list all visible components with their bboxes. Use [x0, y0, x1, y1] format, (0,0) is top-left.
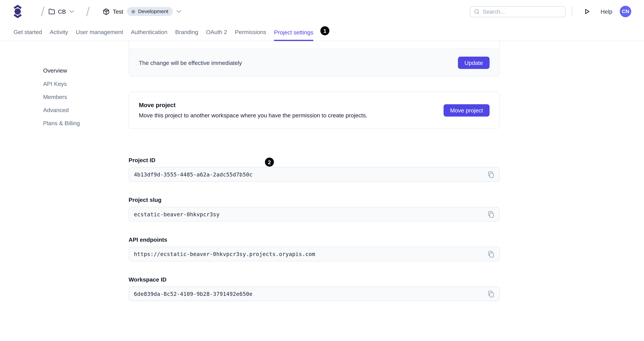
- copy-api-endpoints-button[interactable]: [487, 250, 495, 258]
- field-box-api-endpoints: https://ecstatic-beaver-0hkvpcr3sy.proje…: [128, 247, 500, 262]
- play-icon: [584, 8, 590, 15]
- update-card-footer: The change will be effective immediately…: [129, 48, 500, 76]
- workspace-selector[interactable]: CB: [48, 8, 74, 15]
- field-value-project-id: 4b13df9d-3555-4485-a62a-2adc55d7b50c: [134, 171, 487, 177]
- move-project-text: Move project Move this project to anothe…: [139, 102, 367, 119]
- environment-badge: Development: [127, 7, 173, 16]
- settings-content: The change will be effective immediately…: [128, 41, 500, 316]
- sidebar-item-advanced[interactable]: Advanced: [43, 107, 80, 113]
- copy-project-id-button[interactable]: [487, 170, 495, 179]
- avatar-initials: CN: [622, 9, 629, 14]
- copy-icon: [488, 251, 494, 258]
- header-actions: Help CN: [470, 6, 632, 17]
- field-label-workspace-id: Workspace ID: [128, 276, 500, 283]
- field-group-api-endpoints: API endpoints https://ecstatic-beaver-0h…: [128, 236, 500, 262]
- copy-icon: [488, 211, 494, 218]
- field-label-api-endpoints: API endpoints: [128, 236, 500, 243]
- ory-logo-icon: [14, 4, 22, 18]
- update-card: The change will be effective immediately…: [128, 41, 500, 77]
- top-header: CB Test Development: [0, 0, 644, 23]
- chevron-down-icon: [176, 10, 181, 13]
- field-group-workspace-id: Workspace ID 6de839da-8c52-4109-9b28-379…: [128, 276, 500, 301]
- tab-authentication[interactable]: Authentication: [131, 29, 168, 41]
- tab-project-settings[interactable]: Project settings: [274, 29, 314, 41]
- breadcrumb-separator-icon: [86, 7, 90, 16]
- search-icon: [474, 8, 479, 14]
- ory-logo[interactable]: [14, 4, 22, 18]
- annotation-marker-1: 1: [320, 26, 329, 35]
- copy-workspace-id-button[interactable]: [487, 290, 495, 298]
- update-card-body: [129, 41, 500, 48]
- tab-branding[interactable]: Branding: [175, 29, 198, 41]
- field-box-workspace-id: 6de839da-8c52-4109-9b28-3791492e650e: [128, 287, 500, 301]
- breadcrumb: CB Test Development: [14, 4, 181, 18]
- field-group-project-slug: Project slug ecstatic-beaver-0hkvpcr3sy: [128, 197, 500, 222]
- environment-label: Development: [138, 9, 168, 14]
- workspace-name: CB: [58, 8, 66, 15]
- environment-dot-icon: [132, 10, 135, 13]
- move-project-button[interactable]: Move project: [444, 104, 490, 116]
- field-box-project-id: 4b13df9d-3555-4485-a62a-2adc55d7b50c: [128, 167, 500, 182]
- ory-console-app: CB Test Development: [0, 0, 644, 341]
- chevron-down-icon: [70, 10, 74, 13]
- copy-icon: [488, 290, 494, 297]
- field-value-project-slug: ecstatic-beaver-0hkvpcr3sy: [134, 211, 487, 217]
- tab-user-management[interactable]: User management: [76, 29, 123, 41]
- field-label-project-slug: Project slug: [128, 197, 500, 203]
- header-divider: [572, 6, 572, 16]
- breadcrumb-separator-icon: [40, 7, 45, 16]
- sidebar-item-overview[interactable]: Overview: [43, 68, 80, 74]
- annotation-marker-2: 2: [265, 158, 274, 167]
- tab-get-started[interactable]: Get started: [14, 29, 42, 41]
- tab-activity[interactable]: Activity: [50, 29, 68, 41]
- sidebar-item-members[interactable]: Members: [43, 94, 80, 100]
- copy-icon: [488, 171, 494, 178]
- cli-play-button[interactable]: [584, 8, 590, 15]
- settings-sidebar: Overview API Keys Members Advanced Plans…: [43, 68, 80, 134]
- project-name: Test: [113, 8, 123, 15]
- field-value-workspace-id: 6de839da-8c52-4109-9b28-3791492e650e: [134, 291, 487, 297]
- field-box-project-slug: ecstatic-beaver-0hkvpcr3sy: [128, 207, 500, 222]
- project-selector[interactable]: Test Development: [103, 7, 181, 16]
- sidebar-item-plans-billing[interactable]: Plans & Billing: [43, 120, 80, 126]
- tab-oauth2[interactable]: OAuth 2: [206, 29, 227, 41]
- move-project-description: Move this project to another workspace w…: [139, 112, 367, 119]
- move-project-title: Move project: [139, 102, 367, 108]
- folder-icon: [48, 8, 55, 15]
- help-link[interactable]: Help: [600, 8, 612, 15]
- copy-project-slug-button[interactable]: [487, 210, 495, 219]
- search-input[interactable]: [482, 8, 561, 14]
- search-box[interactable]: [470, 6, 566, 17]
- field-label-project-id: Project ID: [128, 157, 500, 163]
- package-icon: [103, 8, 110, 15]
- update-button[interactable]: Update: [458, 56, 490, 69]
- field-value-api-endpoints: https://ecstatic-beaver-0hkvpcr3sy.proje…: [134, 251, 487, 257]
- move-project-card: Move project Move this project to anothe…: [128, 91, 500, 129]
- sidebar-item-api-keys[interactable]: API Keys: [43, 81, 80, 87]
- field-group-project-id: Project ID 4b13df9d-3555-4485-a62a-2adc5…: [128, 157, 500, 182]
- update-note: The change will be effective immediately: [139, 59, 242, 66]
- tab-permissions[interactable]: Permissions: [235, 29, 266, 41]
- user-avatar[interactable]: CN: [620, 6, 631, 17]
- project-identifiers: Project ID 4b13df9d-3555-4485-a62a-2adc5…: [128, 157, 500, 301]
